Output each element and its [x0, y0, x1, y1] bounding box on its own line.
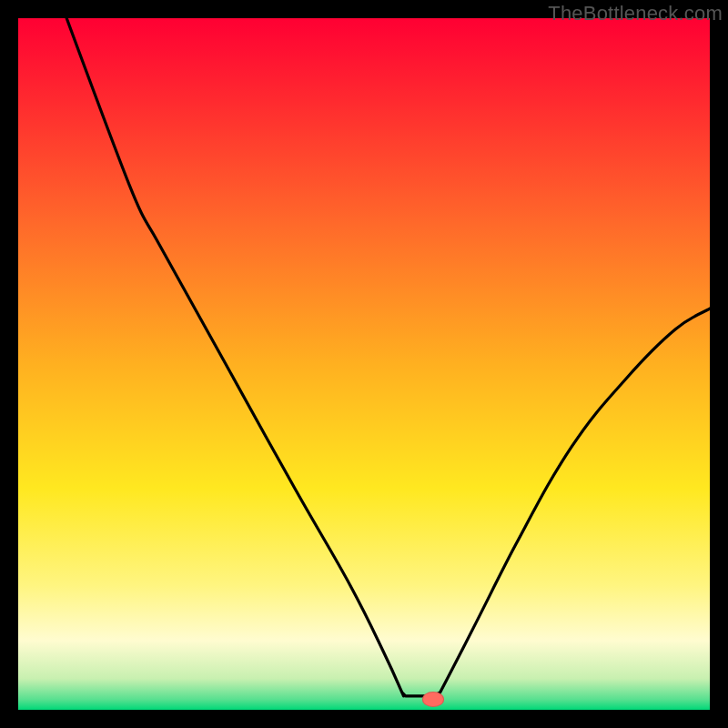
chart-stage: TheBottleneck.com: [0, 0, 728, 728]
svg-rect-0: [18, 18, 710, 710]
plot-frame: [18, 18, 710, 710]
plot-background-gradient: [18, 18, 710, 710]
